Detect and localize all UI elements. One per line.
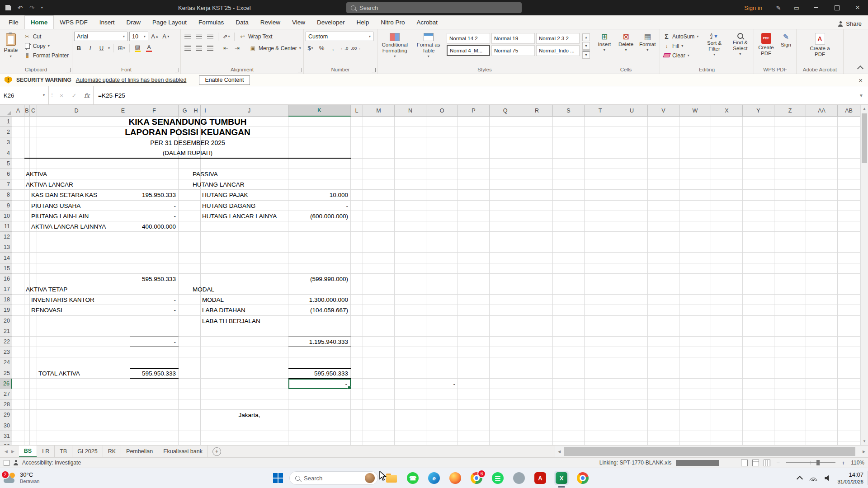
column-header-D[interactable]: D (37, 105, 116, 117)
cell-B4[interactable]: (DALAM RUPIAH) (24, 148, 351, 159)
cell-M3[interactable] (363, 137, 395, 148)
cell-G20[interactable] (179, 316, 191, 326)
cell-T11[interactable] (585, 221, 616, 232)
cell-H18[interactable] (191, 295, 201, 305)
row-header-22[interactable]: 22 (0, 337, 12, 347)
cell-Z23[interactable] (774, 347, 806, 357)
cell-Y12[interactable] (743, 232, 774, 242)
cell-M9[interactable] (363, 201, 395, 211)
cell-B12[interactable] (24, 232, 30, 242)
cell-G8[interactable] (179, 190, 191, 200)
cell-A26[interactable] (12, 379, 24, 389)
cell-X19[interactable] (711, 305, 743, 315)
cell-K18[interactable]: 1.300.000.000 (288, 295, 351, 305)
cell-I30[interactable] (201, 420, 210, 431)
cell-S7[interactable] (553, 179, 585, 190)
cell-E21[interactable] (116, 326, 130, 337)
ribbon-tab-wps-pdf[interactable]: WPS PDF (54, 15, 94, 29)
ribbon-tab-developer[interactable]: Developer (311, 15, 351, 29)
cell-AA30[interactable] (806, 420, 838, 431)
font-color-button[interactable]: A (144, 43, 154, 53)
cell-X10[interactable] (711, 211, 743, 221)
row-header-27[interactable]: 27 (0, 389, 12, 399)
cell-AB22[interactable] (838, 337, 860, 347)
cell-Z5[interactable] (774, 159, 806, 169)
cell-Y29[interactable] (743, 410, 774, 420)
merge-center-button[interactable]: ▣Merge & Center▾ (248, 43, 302, 53)
cell-AA24[interactable] (806, 357, 838, 368)
cell-AB2[interactable] (838, 127, 860, 137)
cell-S29[interactable] (553, 410, 585, 420)
cell-F28[interactable] (130, 399, 179, 410)
cell-B25[interactable] (24, 368, 30, 379)
cell-Z7[interactable] (774, 179, 806, 190)
row-header-19[interactable]: 19 (0, 305, 12, 315)
cell-Y22[interactable] (743, 337, 774, 347)
cell-C10[interactable]: PIUTANG LAIN-LAIN (30, 211, 116, 221)
cell-X17[interactable] (711, 284, 743, 295)
cell-AA14[interactable] (806, 253, 838, 263)
cell-O13[interactable] (426, 242, 458, 253)
cell-O29[interactable] (426, 410, 458, 420)
column-header-AA[interactable]: AA (806, 105, 838, 117)
cell-E5[interactable] (116, 159, 130, 169)
cell-I19[interactable]: LABA DITAHAN (201, 305, 288, 315)
cell-Y2[interactable] (743, 127, 774, 137)
column-header-AB[interactable]: AB (838, 105, 860, 117)
enable-content-button[interactable]: Enable Content (199, 75, 250, 85)
cell-A23[interactable] (12, 347, 24, 357)
cell-AB28[interactable] (838, 399, 860, 410)
cell-Z30[interactable] (774, 420, 806, 431)
cell-P21[interactable] (458, 326, 490, 337)
cell-O26[interactable]: - (426, 379, 458, 389)
cell-C13[interactable] (30, 242, 37, 253)
cell-L24[interactable] (351, 357, 363, 368)
cell-G22[interactable] (179, 337, 191, 347)
cell-W23[interactable] (679, 347, 711, 357)
cell-A17[interactable] (12, 284, 24, 295)
expand-formula-bar-icon[interactable]: ▼ (854, 93, 868, 98)
cell-Q16[interactable] (490, 274, 521, 284)
cell-U26[interactable] (616, 379, 648, 389)
wrap-text-button[interactable]: ↩Wrap Text (238, 32, 274, 41)
cell-N3[interactable] (395, 137, 426, 148)
cell-V24[interactable] (648, 357, 679, 368)
cell-M12[interactable] (363, 232, 395, 242)
cell-P26[interactable] (458, 379, 490, 389)
cell-V18[interactable] (648, 295, 679, 305)
column-header-E[interactable]: E (116, 105, 130, 117)
cell-X6[interactable] (711, 169, 743, 179)
cell-E7[interactable] (116, 179, 130, 190)
cell-M22[interactable] (363, 337, 395, 347)
align-left-button[interactable] (183, 43, 192, 53)
cell-K6[interactable] (288, 169, 351, 179)
cell-O22[interactable] (426, 337, 458, 347)
cell-Q20[interactable] (490, 316, 521, 326)
cell-I12[interactable] (201, 232, 210, 242)
comma-style-button[interactable]: , (328, 43, 338, 53)
cell-Y28[interactable] (743, 399, 774, 410)
cell-K5[interactable] (288, 159, 351, 169)
cell-X8[interactable] (711, 190, 743, 200)
cell-AB23[interactable] (838, 347, 860, 357)
cell-F12[interactable] (130, 232, 179, 242)
cell-AB16[interactable] (838, 274, 860, 284)
cell-W9[interactable] (679, 201, 711, 211)
row-header-11[interactable]: 11 (0, 221, 12, 232)
cell-Z25[interactable] (774, 368, 806, 379)
cell-F14[interactable] (130, 253, 179, 263)
page-break-view-button[interactable] (764, 460, 770, 466)
ribbon-tab-nitro-pro[interactable]: Nitro Pro (375, 15, 410, 29)
cell-D28[interactable] (37, 399, 116, 410)
cell-T22[interactable] (585, 337, 616, 347)
taskbar-app-excel[interactable] (554, 471, 569, 485)
cell-Y15[interactable] (743, 263, 774, 274)
cell-M24[interactable] (363, 357, 395, 368)
cell-AA3[interactable] (806, 137, 838, 148)
cell-W31[interactable] (679, 431, 711, 441)
cell-C30[interactable] (30, 420, 37, 431)
cell-H19[interactable] (191, 305, 201, 315)
ribbon-tab-formulas[interactable]: Formulas (193, 15, 230, 29)
cell-Q4[interactable] (490, 148, 521, 159)
cell-C15[interactable] (30, 263, 37, 274)
